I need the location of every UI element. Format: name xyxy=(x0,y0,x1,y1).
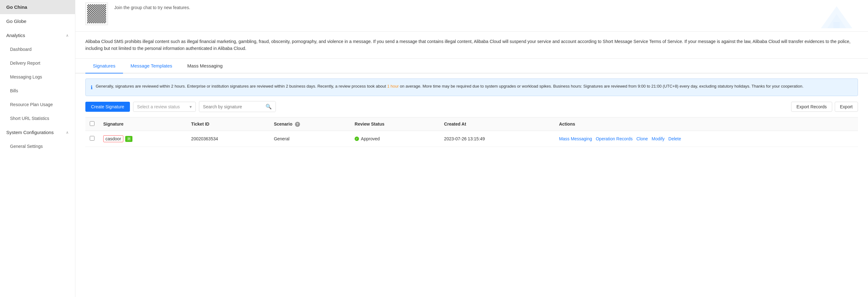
sidebar-item-label: General Settings xyxy=(10,144,43,149)
chevron-down-icon: ▾ xyxy=(190,104,192,109)
select-all-checkbox[interactable] xyxy=(90,121,94,126)
sidebar-item-label: Messaging Logs xyxy=(10,75,42,80)
sidebar-item-general-settings[interactable]: General Settings xyxy=(0,139,75,153)
signatures-table: Signature Ticket ID Scenario ? Review St… xyxy=(85,117,858,147)
review-status-select[interactable]: Select a review status ▾ xyxy=(133,102,196,112)
toolbar: Create Signature Select a review status … xyxy=(75,101,868,117)
sidebar-section-label: System Configurations xyxy=(6,130,54,135)
chevron-up-icon: ∧ xyxy=(66,33,69,38)
svg-rect-0 xyxy=(834,22,840,28)
legal-text: Alibaba Cloud SMS prohibits illegal cont… xyxy=(85,39,850,51)
tab-mass-messaging[interactable]: Mass Messaging xyxy=(180,59,230,73)
sidebar-item-bills[interactable]: Bills xyxy=(0,84,75,98)
watermark-icon xyxy=(818,3,856,35)
signature-text: casdoor xyxy=(103,135,123,142)
sidebar-item-short-url-statistics[interactable]: Short URL Statistics xyxy=(0,112,75,125)
signatures-table-wrap: Signature Ticket ID Scenario ? Review St… xyxy=(75,117,868,147)
status-label: Approved xyxy=(361,136,380,141)
main-content: Join the group chat to try new features.… xyxy=(75,0,868,297)
row-signature: casdoor 测 xyxy=(99,131,187,147)
tabs-bar: Signatures Message Templates Mass Messag… xyxy=(75,59,868,73)
table-header-checkbox xyxy=(85,117,99,131)
action-link-mass-messaging[interactable]: Mass Messaging xyxy=(559,136,592,141)
scenario-help-icon[interactable]: ? xyxy=(295,122,300,127)
row-checkbox[interactable] xyxy=(90,136,94,141)
action-link-operation-records[interactable]: Operation Records xyxy=(596,136,633,141)
banner-area: Join the group chat to try new features. xyxy=(75,0,868,32)
table-row: casdoor 测 20020363534 General Approved 2… xyxy=(85,131,858,147)
col-header-scenario: Scenario ? xyxy=(270,117,350,131)
sidebar-item-label: Go China xyxy=(6,4,27,10)
sidebar-item-label: Delivery Report xyxy=(10,61,40,66)
export-records-button[interactable]: Export Records xyxy=(791,102,832,112)
search-button[interactable]: 🔍 xyxy=(262,101,276,112)
action-link-clone[interactable]: Clone xyxy=(637,136,648,141)
sidebar-item-label: Short URL Statistics xyxy=(10,116,49,121)
sidebar-section-system-config[interactable]: System Configurations ∧ xyxy=(0,125,75,139)
col-header-created-at: Created At xyxy=(440,117,555,131)
search-icon: 🔍 xyxy=(266,104,272,109)
search-signature-box: 🔍 xyxy=(199,101,276,112)
sidebar-item-label: Go Globe xyxy=(6,19,26,24)
export-button[interactable]: Export xyxy=(835,102,858,112)
chevron-up-icon: ∧ xyxy=(66,130,69,135)
banner-text: Join the group chat to try new features. xyxy=(114,2,858,10)
sidebar-item-resource-plan-usage[interactable]: Resource Plan Usage xyxy=(0,98,75,112)
col-header-review-status: Review Status xyxy=(350,117,440,131)
sidebar-item-messaging-logs[interactable]: Messaging Logs xyxy=(0,70,75,84)
sidebar: Go China Go Globe Analytics ∧ Dashboard … xyxy=(0,0,75,297)
col-header-ticket-id: Ticket ID xyxy=(187,117,270,131)
sidebar-section-label: Analytics xyxy=(6,33,25,38)
toolbar-right: Export Records Export xyxy=(791,102,858,112)
col-header-actions: Actions xyxy=(555,117,858,131)
sidebar-section-analytics[interactable]: Analytics ∧ xyxy=(0,28,75,42)
qr-code-image xyxy=(85,2,108,25)
tab-message-templates[interactable]: Message Templates xyxy=(123,59,180,73)
signature-badge: 测 xyxy=(125,136,132,142)
create-signature-button[interactable]: Create Signature xyxy=(85,102,130,112)
row-review-status: Approved xyxy=(350,131,440,147)
sidebar-item-label: Bills xyxy=(10,88,18,93)
action-link-modify[interactable]: Modify xyxy=(652,136,665,141)
sidebar-item-label: Resource Plan Usage xyxy=(10,102,53,107)
row-ticket-id: 20020363534 xyxy=(187,131,270,147)
action-link-delete[interactable]: Delete xyxy=(669,136,681,141)
approved-status-dot xyxy=(354,137,359,141)
sidebar-item-label: Dashboard xyxy=(10,47,32,52)
row-actions: Mass MessagingOperation RecordsCloneModi… xyxy=(555,131,858,147)
row-created-at: 2023-07-26 13:15:49 xyxy=(440,131,555,147)
sidebar-item-go-china[interactable]: Go China xyxy=(0,0,75,14)
row-scenario: General xyxy=(270,131,350,147)
sidebar-item-go-globe[interactable]: Go Globe xyxy=(0,14,75,28)
search-signature-input[interactable] xyxy=(199,102,262,112)
info-box: ℹ Generally, signatures are reviewed wit… xyxy=(85,79,858,96)
row-checkbox-cell xyxy=(85,131,99,147)
info-icon: ℹ xyxy=(91,84,93,92)
sidebar-item-delivery-report[interactable]: Delivery Report xyxy=(0,56,75,70)
info-text: Generally, signatures are reviewed withi… xyxy=(96,83,803,92)
legal-notice: Alibaba Cloud SMS prohibits illegal cont… xyxy=(75,32,868,59)
col-header-signature: Signature xyxy=(99,117,187,131)
sidebar-item-dashboard[interactable]: Dashboard xyxy=(0,42,75,56)
tab-signatures[interactable]: Signatures xyxy=(85,59,123,73)
